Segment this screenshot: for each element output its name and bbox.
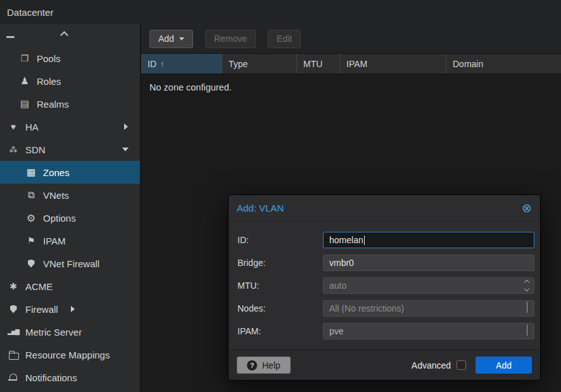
dialog-footer: ? Help Advanced Add	[229, 350, 540, 380]
sidebar-item-notifications[interactable]: Notifications	[0, 366, 140, 389]
map-signs-icon	[25, 236, 37, 246]
sidebar-item-sdn[interactable]: SDN	[0, 138, 140, 161]
id-input[interactable]: homelan	[323, 232, 534, 248]
bridge-input[interactable]: vmbr0	[323, 255, 534, 271]
mtu-field-label: MTU:	[237, 281, 323, 291]
sidebar-item-label: Options	[43, 213, 76, 224]
column-header-ipam[interactable]: IPAM	[340, 54, 446, 73]
nodes-field-label: Nodes:	[237, 303, 323, 313]
help-button[interactable]: ? Help	[237, 357, 291, 374]
partial-icon	[6, 36, 15, 38]
chevron-right-icon[interactable]	[71, 306, 75, 312]
id-field-label: ID:	[237, 235, 323, 245]
gear-icon	[25, 213, 37, 223]
grid-icon	[25, 167, 37, 177]
sidebar-item-zones[interactable]: Zones	[0, 161, 140, 184]
dialog-title: Add: VLAN	[237, 203, 284, 213]
close-icon[interactable]: ⊗	[522, 202, 532, 214]
sidebar-item-acme[interactable]: ACME	[0, 275, 140, 298]
nodes-combobox[interactable]: All (No restrictions)	[323, 300, 534, 317]
proxmox-datacenter-screen: Datacenter Pools Roles Realms HA SDN	[0, 0, 561, 392]
zones-toolbar: Add Remove Edit	[141, 24, 561, 53]
bridge-field-label: Bridge:	[237, 258, 323, 268]
chevron-up-icon[interactable]	[60, 31, 68, 39]
remove-button[interactable]: Remove	[205, 30, 256, 48]
chevron-down-icon	[179, 37, 184, 41]
chevron-down-icon[interactable]	[122, 148, 129, 151]
sort-ascending-icon: ↑	[160, 59, 165, 68]
column-header-domain[interactable]: Domain	[446, 54, 561, 73]
column-label: Domain	[453, 59, 483, 69]
sidebar-item-label: HA	[25, 122, 39, 132]
advanced-label: Advanced	[412, 360, 451, 370]
sidebar-item-vnet-firewall[interactable]: VNet Firewall	[0, 252, 140, 275]
dialog-header[interactable]: Add: VLAN ⊗	[229, 195, 540, 222]
sidebar-item-ipam[interactable]: IPAM	[0, 229, 140, 252]
sitemap-icon	[25, 190, 37, 200]
sidebar-item-label: ACME	[25, 281, 53, 292]
ipam-combobox-value: pve	[329, 326, 344, 336]
dialog-add-button-label: Add	[496, 360, 512, 370]
chevron-right-icon[interactable]	[124, 123, 128, 130]
sidebar-item-label: Metric Server	[25, 327, 82, 338]
column-label: IPAM	[346, 59, 367, 69]
mtu-placeholder: auto	[329, 281, 346, 291]
advanced-checkbox[interactable]	[457, 360, 466, 370]
spin-down-icon[interactable]	[524, 286, 529, 291]
add-button-label: Add	[158, 34, 174, 44]
sidebar-item-label: Realms	[37, 99, 69, 110]
sidebar-item-label: Notifications	[25, 372, 77, 383]
bar-chart-icon	[7, 327, 20, 337]
column-header-type[interactable]: Type	[222, 54, 297, 73]
sidebar-item-ha[interactable]: HA	[0, 115, 140, 138]
remove-button-label: Remove	[214, 34, 247, 44]
shield-icon	[25, 258, 37, 269]
bridge-input-value: vmbr0	[329, 258, 354, 268]
column-label: MTU	[303, 59, 322, 69]
network-icon	[7, 144, 20, 155]
sidebar-item-pools[interactable]: Pools	[0, 47, 140, 70]
dialog-body: ID: homelan Bridge: vmbr0 MTU: auto	[229, 222, 540, 350]
sidebar-item-label: Firewall	[25, 304, 58, 315]
sidebar-item-roles[interactable]: Roles	[0, 70, 140, 92]
sidebar-item-realms[interactable]: Realms	[0, 92, 140, 115]
chevron-down-icon[interactable]	[527, 302, 527, 312]
sidebar-item-metric-server[interactable]: Metric Server	[0, 320, 140, 343]
bell-icon	[7, 372, 20, 383]
form-row-mtu: MTU: auto	[237, 277, 534, 294]
sidebar-item-partial[interactable]	[0, 24, 140, 47]
add-vlan-dialog: Add: VLAN ⊗ ID: homelan Bridge: vmbr0 MT…	[228, 194, 541, 381]
add-button[interactable]: Add	[149, 30, 193, 48]
sidebar-item-label: VNets	[43, 190, 69, 201]
dialog-add-button[interactable]: Add	[476, 357, 532, 374]
nodes-combobox-value: All (No restrictions)	[329, 303, 404, 313]
id-input-value: homelan	[329, 235, 363, 245]
sidebar-item-vnets[interactable]: VNets	[0, 184, 140, 206]
form-row-nodes: Nodes: All (No restrictions)	[237, 300, 534, 317]
sidebar-item-firewall[interactable]: Firewall	[0, 298, 140, 320]
empty-table-message: No zone configured.	[141, 74, 561, 101]
ipam-combobox[interactable]: pve	[323, 323, 534, 339]
sidebar-item-label: VNet Firewall	[43, 258, 99, 269]
sidebar-item-label: SDN	[25, 144, 46, 155]
spin-up-icon[interactable]	[524, 280, 529, 285]
page-title: Datacenter	[7, 7, 53, 18]
folder-icon	[7, 350, 20, 360]
mtu-spinner[interactable]: auto	[323, 277, 534, 294]
text-cursor	[364, 236, 365, 245]
sidebar-item-label: Zones	[43, 167, 70, 178]
chevron-down-icon[interactable]	[527, 325, 527, 335]
column-header-mtu[interactable]: MTU	[297, 54, 340, 73]
sidebar-item-resource-mappings[interactable]: Resource Mappings	[0, 343, 140, 366]
column-header-id[interactable]: ID ↑	[141, 54, 222, 73]
spinner-arrows-icon[interactable]	[525, 281, 529, 291]
sidebar-item-options[interactable]: Options	[0, 206, 140, 229]
question-icon: ?	[247, 360, 257, 370]
edit-button[interactable]: Edit	[268, 30, 301, 48]
edit-button-label: Edit	[277, 34, 292, 44]
tags-icon	[18, 53, 31, 63]
sidebar-item-label: Resource Mappings	[25, 350, 110, 360]
top-bar: Datacenter	[0, 0, 561, 24]
column-label: ID	[148, 59, 156, 69]
form-row-bridge: Bridge: vmbr0	[237, 255, 534, 271]
